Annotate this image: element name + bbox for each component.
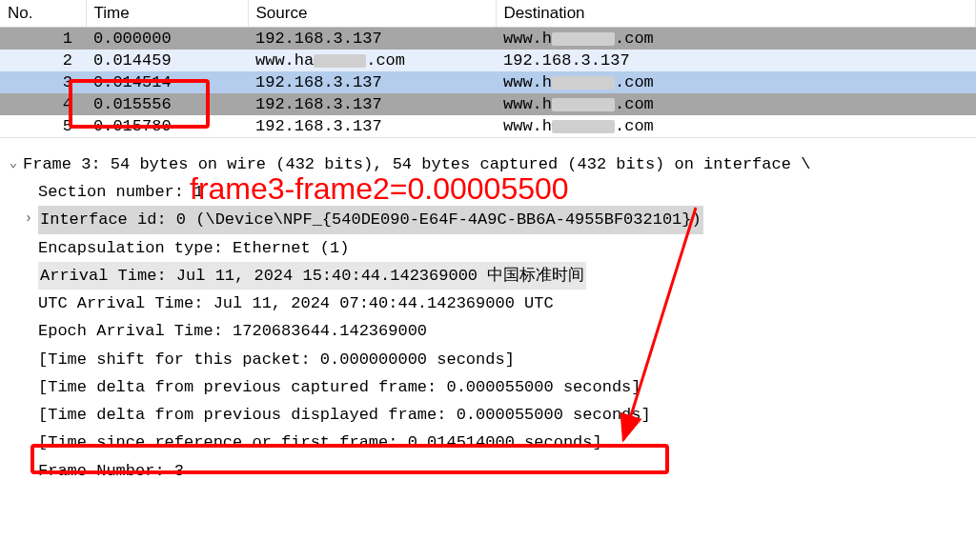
caret-down-icon[interactable]: ⌄ xyxy=(6,151,21,174)
table-row[interactable]: 10.000000192.168.3.137www.h.com xyxy=(0,28,976,50)
detail-time-since-ref[interactable]: [Time since reference or first frame: 0.… xyxy=(0,429,976,456)
col-header-destination[interactable]: Destination xyxy=(496,0,976,28)
detail-arrival-time[interactable]: Arrival Time: Jul 11, 2024 15:40:44.1423… xyxy=(0,262,976,290)
cell-time: 0.015556 xyxy=(86,93,248,115)
cell-no: 5 xyxy=(0,115,86,137)
cell-time: 0.014459 xyxy=(86,50,248,71)
cell-destination: www.h.com xyxy=(496,115,976,137)
detail-frame-number[interactable]: Frame Number: 3 xyxy=(0,457,976,485)
table-row[interactable]: 40.015556192.168.3.137www.h.com xyxy=(0,93,976,115)
cell-no: 1 xyxy=(0,28,86,50)
detail-time-shift[interactable]: [Time shift for this packet: 0.000000000… xyxy=(0,346,976,373)
cell-time: 0.015780 xyxy=(86,115,248,137)
cell-no: 4 xyxy=(0,93,86,115)
col-header-source[interactable]: Source xyxy=(248,0,496,28)
cell-no: 3 xyxy=(0,71,86,93)
cell-destination: www.h.com xyxy=(496,28,976,50)
cell-source: 192.168.3.137 xyxy=(248,93,496,115)
detail-time-delta-displayed[interactable]: [Time delta from previous displayed fram… xyxy=(0,401,976,429)
caret-right-icon[interactable]: › xyxy=(21,207,36,230)
packet-list-table: No. Time Source Destination 10.000000192… xyxy=(0,0,976,137)
col-header-time[interactable]: Time xyxy=(86,0,248,28)
cell-no: 2 xyxy=(0,50,86,71)
detail-section-number[interactable]: Section number: 1 xyxy=(0,178,976,206)
table-row[interactable]: 20.014459www.ha.com192.168.3.137 xyxy=(0,50,976,71)
cell-source: 192.168.3.137 xyxy=(248,115,496,137)
col-header-no[interactable]: No. xyxy=(0,0,86,28)
pane-divider[interactable] xyxy=(0,137,976,147)
packet-detail-pane: ⌄ Frame 3: 54 bytes on wire (432 bits), … xyxy=(0,147,976,489)
cell-destination: 192.168.3.137 xyxy=(496,50,976,71)
cell-time: 0.014514 xyxy=(86,71,248,93)
detail-epoch-arrival[interactable]: Epoch Arrival Time: 1720683644.142369000 xyxy=(0,317,976,345)
cell-destination: www.h.com xyxy=(496,71,976,93)
cell-destination: www.h.com xyxy=(496,93,976,115)
table-row[interactable]: 50.015780192.168.3.137www.h.com xyxy=(0,115,976,137)
table-header-row: No. Time Source Destination xyxy=(0,0,976,28)
cell-source: 192.168.3.137 xyxy=(248,71,496,93)
cell-source: 192.168.3.137 xyxy=(248,28,496,50)
detail-time-delta-captured[interactable]: [Time delta from previous captured frame… xyxy=(0,373,976,401)
detail-interface-id[interactable]: › Interface id: 0 (\Device\NPF_{540DE090… xyxy=(0,206,976,233)
cell-time: 0.000000 xyxy=(86,28,248,50)
detail-utc-arrival[interactable]: UTC Arrival Time: Jul 11, 2024 07:40:44.… xyxy=(0,290,976,317)
cell-source: www.ha.com xyxy=(248,50,496,71)
detail-frame-header[interactable]: ⌄ Frame 3: 54 bytes on wire (432 bits), … xyxy=(0,150,976,178)
detail-encapsulation[interactable]: Encapsulation type: Ethernet (1) xyxy=(0,234,976,262)
table-row[interactable]: 30.014514192.168.3.137www.h.com xyxy=(0,71,976,93)
